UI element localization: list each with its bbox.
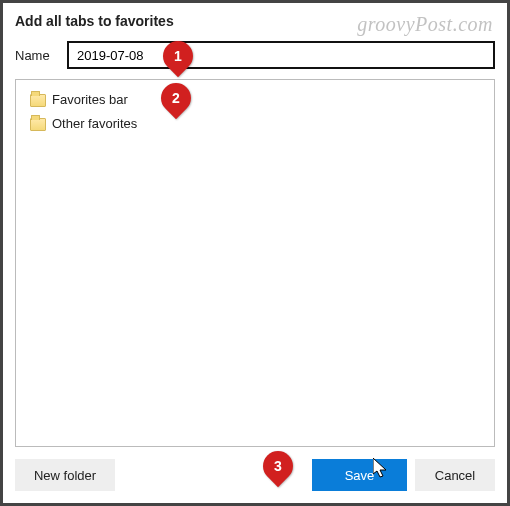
folder-tree[interactable]: Favorites bar Other favorites: [15, 79, 495, 447]
name-row: Name: [15, 41, 495, 69]
folder-icon: [30, 118, 46, 131]
save-button[interactable]: Save: [312, 459, 407, 491]
name-label: Name: [15, 48, 55, 63]
dialog-window: Add all tabs to favorites Name Favorites…: [0, 0, 510, 506]
cancel-button[interactable]: Cancel: [415, 459, 495, 491]
name-input[interactable]: [67, 41, 495, 69]
dialog-title: Add all tabs to favorites: [15, 13, 495, 29]
new-folder-button[interactable]: New folder: [15, 459, 115, 491]
dialog-content: Add all tabs to favorites Name Favorites…: [3, 3, 507, 503]
tree-item-label: Favorites bar: [52, 90, 128, 110]
tree-item-favorites-bar[interactable]: Favorites bar: [22, 88, 488, 112]
button-row: New folder Save Cancel: [15, 459, 495, 491]
tree-item-other-favorites[interactable]: Other favorites: [22, 112, 488, 136]
folder-icon: [30, 94, 46, 107]
tree-item-label: Other favorites: [52, 114, 137, 134]
